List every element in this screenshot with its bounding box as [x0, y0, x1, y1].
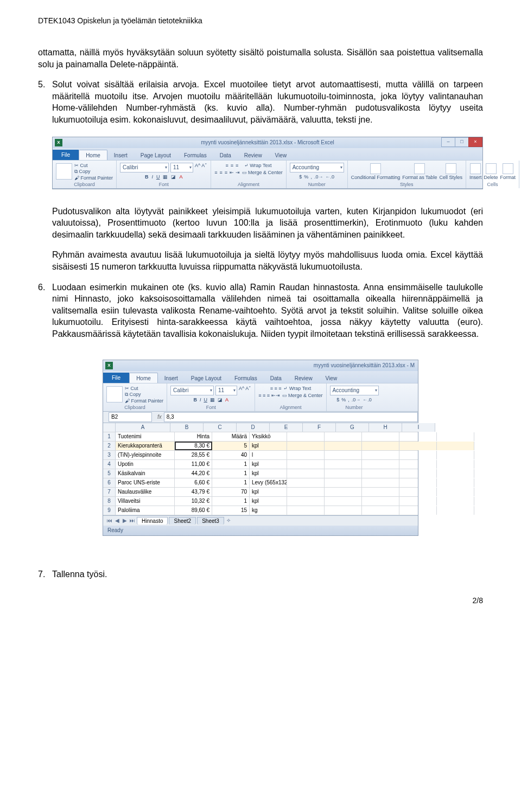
cell[interactable]: 43,79 €: [175, 488, 212, 496]
row-header[interactable]: 3: [103, 451, 116, 459]
cell[interactable]: [437, 478, 474, 487]
select-all-corner[interactable]: [103, 423, 116, 432]
format-table-icon[interactable]: [414, 163, 425, 174]
cell[interactable]: kg: [250, 506, 287, 515]
font-name-dropdown[interactable]: Calibri: [170, 386, 214, 395]
cell[interactable]: [325, 460, 362, 469]
cell[interactable]: [362, 432, 399, 441]
col-header[interactable]: H: [369, 423, 402, 432]
cell[interactable]: 89,60 €: [175, 506, 212, 515]
cell[interactable]: [362, 451, 399, 459]
inc-decimal-icon[interactable]: .0→: [352, 397, 361, 402]
number-format-dropdown[interactable]: Accounting: [290, 163, 344, 172]
cell[interactable]: [399, 478, 437, 487]
cell[interactable]: [362, 442, 399, 450]
percent-icon[interactable]: %: [341, 397, 346, 402]
cell[interactable]: [399, 488, 437, 496]
cell[interactable]: Hinta: [175, 432, 212, 441]
col-header[interactable]: G: [336, 423, 369, 432]
tab-home[interactable]: Home: [129, 373, 158, 383]
table-row[interactable]: 4Upotin11,00 €1kpl: [103, 460, 418, 469]
cell[interactable]: kpl: [250, 460, 287, 469]
cell[interactable]: [287, 442, 325, 450]
wrap-text-button[interactable]: ⤶ Wrap Text: [244, 163, 272, 168]
underline-button[interactable]: U: [204, 397, 207, 402]
align-left-icon[interactable]: ≡: [214, 170, 217, 175]
cell[interactable]: Käsikalvain: [116, 469, 175, 478]
inc-decimal-icon[interactable]: .0→: [314, 174, 323, 180]
sheet-nav-last[interactable]: ⏭: [129, 517, 136, 523]
cell[interactable]: [399, 469, 437, 478]
cell[interactable]: Paloliima: [116, 506, 175, 515]
cell[interactable]: [437, 506, 474, 515]
col-header[interactable]: E: [270, 423, 303, 432]
cell[interactable]: [325, 451, 362, 459]
insert-cell-icon[interactable]: [470, 163, 481, 174]
cell[interactable]: [437, 488, 474, 496]
font-size-dropdown[interactable]: 11: [170, 163, 193, 172]
cell[interactable]: [287, 451, 325, 459]
cell[interactable]: [287, 506, 325, 515]
font-name-dropdown[interactable]: Calibri: [120, 163, 169, 172]
col-header[interactable]: A: [116, 423, 170, 432]
align-center-icon[interactable]: ≡: [220, 170, 223, 175]
cell[interactable]: 1: [212, 478, 250, 487]
col-header[interactable]: D: [237, 423, 270, 432]
cell[interactable]: [399, 432, 437, 441]
cell[interactable]: [287, 460, 325, 469]
tab-insert[interactable]: Insert: [158, 373, 185, 383]
cell[interactable]: Naulausvälike: [116, 488, 175, 496]
format-painter-button[interactable]: 🖌 Format Painter: [125, 398, 163, 404]
number-format-dropdown[interactable]: Accounting: [330, 386, 379, 395]
paste-icon[interactable]: [106, 386, 123, 402]
tab-pagelayout[interactable]: Page Layout: [185, 373, 228, 383]
cell[interactable]: 1: [212, 497, 250, 506]
cell[interactable]: 8,30 €: [175, 442, 212, 450]
cell[interactable]: kpl: [250, 488, 287, 496]
tab-data[interactable]: Data: [213, 150, 238, 160]
font-color-button[interactable]: A: [179, 174, 182, 180]
cell[interactable]: [325, 478, 362, 487]
border-button[interactable]: ▦: [163, 174, 168, 180]
italic-button[interactable]: I: [200, 397, 201, 402]
cell[interactable]: 11,00 €: [175, 460, 212, 469]
tab-data[interactable]: Data: [264, 373, 288, 383]
sheet-nav-prev[interactable]: ◀: [114, 517, 120, 523]
dec-decimal-icon[interactable]: ←.0: [325, 174, 334, 180]
sheet-nav-next[interactable]: ▶: [122, 517, 128, 523]
name-box[interactable]: B2: [109, 412, 152, 422]
cell[interactable]: [437, 442, 474, 450]
sheet-tab-hinnasto[interactable]: Hinnasto: [137, 517, 168, 525]
cell[interactable]: [325, 432, 362, 441]
align-icon[interactable]: ≡ ≡ ≡: [270, 386, 282, 391]
cond-format-icon[interactable]: [370, 163, 381, 174]
cell[interactable]: 15: [212, 506, 250, 515]
bold-button[interactable]: B: [145, 174, 149, 180]
cell[interactable]: [399, 451, 437, 459]
tab-file[interactable]: File: [103, 373, 129, 383]
align-bot-icon[interactable]: ≡: [236, 163, 238, 168]
cell[interactable]: [362, 478, 399, 487]
tab-view[interactable]: View: [319, 373, 344, 383]
cell[interactable]: [287, 469, 325, 478]
tab-review[interactable]: Review: [288, 373, 319, 383]
delete-cell-icon[interactable]: [486, 163, 497, 174]
cell[interactable]: 1: [212, 469, 250, 478]
cell[interactable]: 10,32 €: [175, 497, 212, 506]
sheet-tab-2[interactable]: Sheet2: [169, 517, 196, 525]
currency-icon[interactable]: $: [299, 174, 302, 180]
minimize-button[interactable]: –: [441, 137, 455, 147]
currency-icon[interactable]: $: [336, 397, 339, 402]
align-right-icon[interactable]: ≡: [225, 170, 227, 175]
cell[interactable]: l: [250, 451, 287, 459]
table-row[interactable]: 3(TiN)-yleispinnoite28,55 €40l: [103, 451, 418, 460]
col-header[interactable]: F: [303, 423, 336, 432]
cell[interactable]: Villaveitsi: [116, 497, 175, 506]
row-header[interactable]: 1: [103, 432, 116, 441]
border-button[interactable]: ▦: [210, 397, 215, 402]
cell[interactable]: [325, 506, 362, 515]
cell[interactable]: 6,60 €: [175, 478, 212, 487]
cell[interactable]: [399, 497, 437, 506]
cell[interactable]: 70: [212, 488, 250, 496]
fill-color-button[interactable]: ◪: [171, 174, 176, 180]
